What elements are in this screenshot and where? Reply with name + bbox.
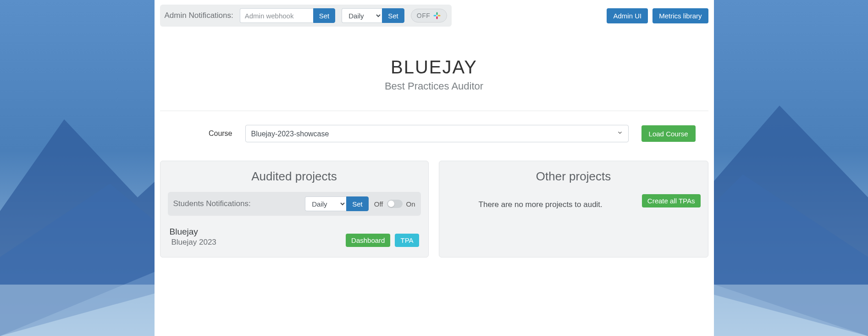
metrics-library-button[interactable]: Metrics library [652, 8, 708, 23]
svg-rect-4 [437, 17, 438, 19]
admin-webhook-input[interactable] [240, 8, 313, 23]
create-all-tpas-button[interactable]: Create all TPAs [642, 194, 701, 207]
students-toggle-on-label: On [406, 200, 415, 208]
admin-webhook-input-group: Set [240, 8, 336, 23]
course-label: Course [173, 129, 232, 138]
panels: Audited projects Students Notifications:… [155, 161, 714, 258]
svg-rect-2 [437, 12, 438, 15]
course-select[interactable]: Bluejay-2023-showcase [245, 125, 629, 142]
project-name: Bluejay [170, 227, 342, 237]
svg-rect-3 [438, 15, 441, 17]
course-row: Course Bluejay-2023-showcase Load Course [155, 125, 714, 161]
students-notifications-bar: Students Notifications: Daily Set Off On [168, 192, 421, 216]
brand-title: BLUEJAY [155, 57, 714, 78]
students-toggle-wrap: Off On [374, 200, 415, 208]
other-projects-empty-text: There are no more projects to audit. [447, 200, 635, 209]
admin-slack-toggle[interactable]: OFF [411, 9, 448, 22]
audited-projects-title: Audited projects [168, 169, 421, 184]
project-subname: Bluejay 2023 [170, 238, 342, 247]
students-frequency-set-button[interactable]: Set [346, 196, 369, 211]
other-projects-title: Other projects [447, 169, 701, 184]
slack-icon [433, 11, 441, 20]
course-select-wrap: Bluejay-2023-showcase [245, 125, 629, 142]
topbar: Admin Notifications: Set Daily Set OFF [155, 0, 714, 31]
project-tpa-button[interactable]: TPA [395, 234, 419, 247]
admin-webhook-set-button[interactable]: Set [313, 8, 336, 23]
students-toggle-off-label: Off [374, 200, 383, 208]
students-frequency-input-group: Daily Set [305, 196, 369, 211]
students-frequency-select[interactable]: Daily [305, 196, 346, 211]
students-toggle[interactable] [387, 200, 403, 208]
svg-rect-5 [434, 15, 437, 17]
divider [160, 111, 708, 111]
project-item: Bluejay Bluejay 2023 Dashboard TPA [168, 216, 421, 247]
admin-frequency-select[interactable]: Daily [342, 8, 382, 23]
other-projects-row: There are no more projects to audit. Cre… [447, 192, 701, 209]
admin-notifications-group: Admin Notifications: Set Daily Set OFF [160, 5, 452, 27]
brand-subtitle: Best Practices Auditor [155, 80, 714, 92]
audited-projects-panel: Audited projects Students Notifications:… [160, 161, 429, 258]
admin-slack-toggle-label: OFF [417, 12, 431, 19]
main-card: Admin Notifications: Set Daily Set OFF [155, 0, 714, 336]
admin-ui-button[interactable]: Admin UI [607, 8, 648, 23]
admin-frequency-set-button[interactable]: Set [382, 8, 404, 23]
project-dashboard-button[interactable]: Dashboard [346, 234, 390, 247]
admin-notifications-label: Admin Notifications: [165, 11, 233, 20]
load-course-button[interactable]: Load Course [641, 125, 696, 142]
other-projects-panel: Other projects There are no more project… [439, 161, 708, 258]
students-notifications-label: Students Notifications: [173, 199, 300, 208]
admin-frequency-input-group: Daily Set [342, 8, 404, 23]
brand-block: BLUEJAY Best Practices Auditor [155, 31, 714, 111]
